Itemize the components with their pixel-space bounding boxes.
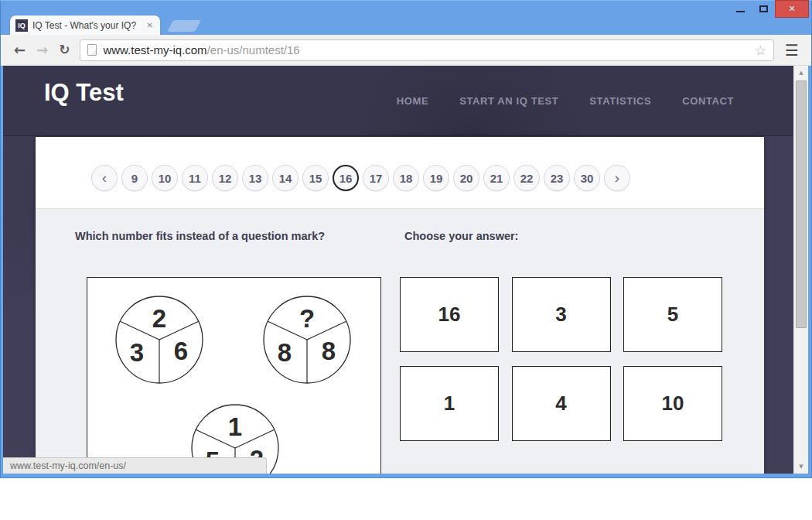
minimize-icon bbox=[736, 11, 745, 12]
page-button[interactable]: 21 bbox=[483, 165, 510, 191]
url-path: /en-us/numtest/16 bbox=[207, 43, 300, 56]
browser-tab[interactable]: IQ IQ Test - What's your IQ? ✕ bbox=[10, 15, 160, 35]
pagination-next-icon[interactable]: › bbox=[604, 165, 630, 191]
page-button[interactable]: 9 bbox=[121, 165, 148, 191]
main-nav: HOME START AN IQ TEST STATISTICS CONTACT bbox=[397, 95, 734, 107]
question-pagination: ‹ 9 10 11 12 13 14 15 16 17 18 19 20 21 … bbox=[36, 137, 764, 209]
answer-option-16[interactable]: 16 bbox=[400, 277, 499, 352]
back-icon[interactable]: ← bbox=[9, 43, 31, 57]
answer-option-5[interactable]: 5 bbox=[623, 277, 722, 352]
circle1-left-value: 3 bbox=[130, 338, 144, 367]
nav-statistics[interactable]: STATISTICS bbox=[589, 95, 651, 107]
page-button[interactable]: 15 bbox=[302, 165, 329, 191]
page-button[interactable]: 20 bbox=[453, 165, 479, 191]
url-host: www.test-my-iq.com bbox=[103, 43, 206, 56]
nav-home[interactable]: HOME bbox=[397, 95, 428, 107]
page-button-current[interactable]: 16 bbox=[333, 165, 359, 191]
question-prompt: Which number fits instead of a question … bbox=[75, 230, 325, 242]
answer-option-10[interactable]: 10 bbox=[623, 366, 722, 441]
titlebar: IQ IQ Test - What's your IQ? ✕ ✕ bbox=[0, 0, 812, 35]
pagination-prev-icon[interactable]: ‹ bbox=[91, 165, 118, 191]
status-url: www.test-my-iq.com/en-us/ bbox=[10, 460, 126, 471]
page-button[interactable]: 18 bbox=[393, 165, 419, 191]
page-button[interactable]: 11 bbox=[182, 165, 208, 191]
page-button[interactable]: 10 bbox=[152, 165, 178, 191]
circle3-top-value: 1 bbox=[228, 412, 242, 441]
page-button[interactable]: 22 bbox=[513, 165, 540, 191]
refresh-icon[interactable]: ↻ bbox=[53, 43, 75, 56]
page-button[interactable]: 17 bbox=[363, 165, 389, 191]
answer-option-4[interactable]: 4 bbox=[512, 366, 611, 441]
new-tab-button[interactable] bbox=[167, 20, 201, 32]
choose-answer-label: Choose your answer: bbox=[404, 230, 518, 242]
circle2-right-value: 8 bbox=[322, 337, 336, 365]
content-card: ‹ 9 10 11 12 13 14 15 16 17 18 19 20 21 … bbox=[36, 137, 764, 474]
page-button[interactable]: 23 bbox=[544, 165, 570, 191]
menu-icon[interactable]: ☰ bbox=[780, 41, 803, 60]
answer-options: 16 3 5 1 4 10 bbox=[400, 277, 722, 441]
scroll-down-icon[interactable]: ▼ bbox=[794, 460, 808, 473]
page-button[interactable]: 14 bbox=[272, 165, 299, 191]
window-controls: ✕ bbox=[728, 0, 809, 18]
circle2-question-mark: ? bbox=[299, 304, 315, 333]
site-logo[interactable]: IQ Test bbox=[44, 79, 124, 107]
page-viewport: IQ Test HOME START AN IQ TEST STATISTICS… bbox=[3, 66, 808, 474]
browser-window: IQ IQ Test - What's your IQ? ✕ ✕ ← → ↻ w… bbox=[0, 0, 812, 478]
circle2-left-value: 8 bbox=[278, 338, 292, 367]
puzzle-circles-svg: 2 3 6 ? 8 8 1 5 bbox=[87, 278, 380, 474]
vertical-scrollbar[interactable]: ▲ ▼ bbox=[793, 66, 808, 474]
bookmark-star-icon[interactable]: ☆ bbox=[755, 43, 766, 58]
status-bar: www.test-my-iq.com/en-us/ bbox=[3, 457, 267, 474]
maximize-button[interactable] bbox=[752, 0, 775, 17]
scroll-up-icon[interactable]: ▲ bbox=[794, 67, 808, 79]
tab-close-icon[interactable]: ✕ bbox=[145, 19, 155, 31]
nav-start-test[interactable]: START AN IQ TEST bbox=[459, 95, 558, 107]
browser-toolbar: ← → ↻ www.test-my-iq.com /en-us/numtest/… bbox=[1, 35, 811, 66]
answer-option-1[interactable]: 1 bbox=[400, 366, 499, 441]
puzzle-figure: 2 3 6 ? 8 8 1 5 bbox=[87, 277, 381, 474]
minimize-button[interactable] bbox=[728, 0, 752, 17]
close-window-button[interactable]: ✕ bbox=[775, 0, 809, 18]
page-button[interactable]: 13 bbox=[242, 165, 268, 191]
forward-icon[interactable]: → bbox=[31, 43, 53, 57]
nav-contact[interactable]: CONTACT bbox=[682, 95, 734, 107]
page-button[interactable]: 12 bbox=[212, 165, 238, 191]
maximize-icon bbox=[759, 5, 768, 12]
circle1-top-value: 2 bbox=[152, 304, 166, 333]
page-button[interactable]: 30 bbox=[574, 165, 600, 191]
circle1-right-value: 6 bbox=[174, 337, 188, 365]
page-button[interactable]: 19 bbox=[423, 165, 449, 191]
favicon-icon: IQ bbox=[15, 19, 28, 32]
address-bar[interactable]: www.test-my-iq.com /en-us/numtest/16 ☆ bbox=[80, 39, 774, 61]
scrollbar-thumb[interactable] bbox=[796, 80, 807, 328]
page-icon bbox=[87, 44, 97, 56]
tab-title: IQ Test - What's your IQ? bbox=[32, 20, 141, 31]
answer-option-3[interactable]: 3 bbox=[512, 277, 611, 352]
site-header: IQ Test HOME START AN IQ TEST STATISTICS… bbox=[3, 66, 808, 136]
